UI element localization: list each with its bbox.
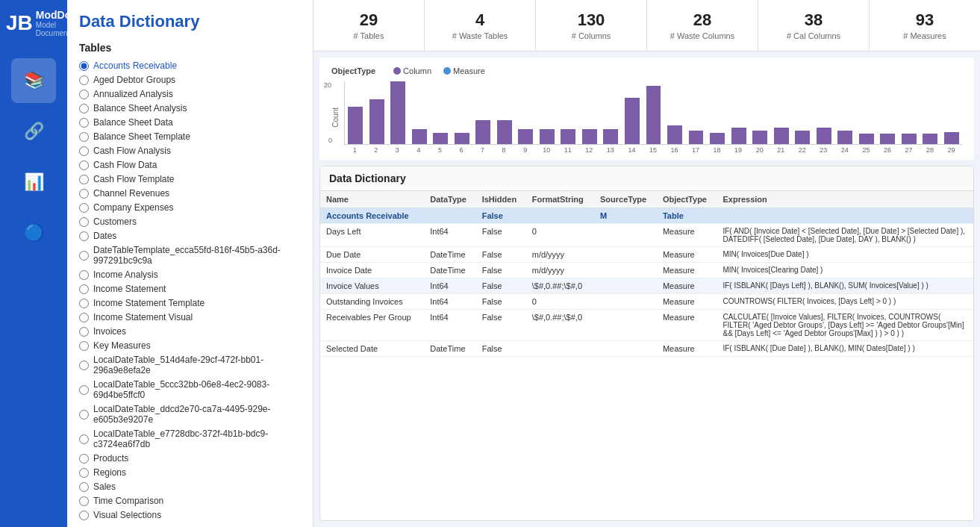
cell-4 <box>594 341 657 357</box>
bar-group <box>813 81 834 144</box>
column-bar <box>646 86 661 144</box>
stat-number-0: 29 <box>319 10 418 30</box>
bar-group <box>622 81 643 144</box>
dict-col-header: FormatString <box>526 191 594 208</box>
table-item[interactable]: Channel Revenues <box>79 187 301 199</box>
bar-group <box>387 81 409 144</box>
bar-group <box>749 81 771 144</box>
table-item[interactable]: Time Comparison <box>79 495 301 507</box>
table-item[interactable]: Income Statement Visual <box>79 311 301 323</box>
column-bar <box>774 128 789 144</box>
bar-group <box>834 81 856 144</box>
table-item[interactable]: LocalDateTable_514d4afe-29cf-472f-bb01-2… <box>79 354 301 376</box>
cell-6: COUNTROWS( FILTER( Invoices, [Days Left]… <box>717 294 973 310</box>
cell-4 <box>594 247 657 263</box>
table-row: Selected DateDateTimeFalseMeasureIF( ISB… <box>320 341 973 357</box>
table-item[interactable]: Income Statement Template <box>79 297 301 309</box>
link-icon-btn[interactable]: 🔗 <box>11 109 56 154</box>
sidebar-icons: JB ModDoc Model Documen t 📚 🔗 📊 🔵 <box>0 0 67 527</box>
cell-1: Int64 <box>424 310 475 341</box>
stat-label-0: # Tables <box>319 31 418 40</box>
table-item[interactable]: LocalDateTable_ddcd2e70-ca7a-4495-929e-e… <box>79 403 301 425</box>
cell-3: \$#,0.##;\$#,0 <box>526 310 594 341</box>
table-item[interactable]: Regions <box>79 467 301 478</box>
bar-group <box>920 81 941 144</box>
x-label: 9 <box>514 146 536 154</box>
table-item[interactable]: Visual Selections <box>79 509 301 521</box>
cell-4 <box>594 294 657 310</box>
cell-2: False <box>476 310 526 341</box>
dict-col-header: SourceType <box>594 191 657 208</box>
table-item[interactable]: Sales <box>79 481 301 493</box>
table-item[interactable]: Products <box>79 452 301 464</box>
x-label: 29 <box>940 146 962 154</box>
cell-5: Measure <box>657 263 717 278</box>
column-dot <box>393 67 401 75</box>
table-item[interactable]: Income Analysis <box>79 269 301 281</box>
table-item[interactable]: Balance Sheet Analysis <box>79 102 301 114</box>
table-row: Invoice ValuesInt64False\$#,0.##;\$#,0Me… <box>320 278 973 294</box>
cell-5: Measure <box>657 247 717 263</box>
cell-0: Receivables Per Group <box>320 310 424 341</box>
x-label: 3 <box>387 146 408 154</box>
column-bar <box>540 129 555 144</box>
table-row: Receivables Per GroupInt64False\$#,0.##;… <box>320 310 973 341</box>
table-item[interactable]: Customers <box>79 216 301 228</box>
table-item[interactable]: Balance Sheet Template <box>79 131 301 143</box>
table-item[interactable]: Company Expenses <box>79 202 301 213</box>
cell-6: MIN( Invoices[Clearing Date] ) <box>717 263 973 278</box>
stat-card-3: 28# Waste Columns <box>647 0 758 51</box>
table-item[interactable]: Dates <box>79 230 301 242</box>
table-item[interactable]: Annualized Analysis <box>79 88 301 100</box>
stat-label-3: # Waste Columns <box>653 31 752 40</box>
x-label: 24 <box>834 146 856 154</box>
table-item[interactable]: Cash Flow Data <box>79 159 301 171</box>
stats-row: 29# Tables4# Waste Tables130# Columns28#… <box>313 0 980 52</box>
bar-group <box>600 81 622 144</box>
table-item[interactable]: Key Measures <box>79 340 301 352</box>
column-bar <box>475 120 490 144</box>
x-label: 16 <box>664 146 685 154</box>
table-item[interactable]: Cash Flow Template <box>79 173 301 185</box>
table-item[interactable]: Balance Sheet Data <box>79 116 301 128</box>
table-row: Invoice DateDateTimeFalsem/d/yyyyMeasure… <box>320 263 973 278</box>
cell-3: \$#,0.##;\$#,0 <box>526 278 594 294</box>
column-bar <box>667 125 682 144</box>
table-item[interactable]: Accounts Receivable <box>79 60 301 72</box>
column-bar <box>603 129 618 144</box>
column-bar <box>582 129 597 144</box>
x-label: 20 <box>749 146 770 154</box>
table-item[interactable]: LocalDateTable_5ccc32bb-06e8-4ec2-9083-6… <box>79 378 301 401</box>
bar-group <box>685 81 707 144</box>
table-item[interactable]: Cash Flow Analysis <box>79 145 301 157</box>
cell-1: DateTime <box>424 247 475 263</box>
bar-group <box>792 81 814 144</box>
column-bar <box>902 134 917 144</box>
chart-icon-btn[interactable]: 📊 <box>11 160 56 205</box>
table-item[interactable]: DateTableTemplate_ecca55fd-816f-45b5-a36… <box>79 244 301 266</box>
cell-6: MIN( Invoices[Due Date] ) <box>717 247 973 263</box>
bar-group <box>877 81 899 144</box>
column-bar <box>731 128 746 144</box>
table-row: Due DateDateTimeFalsem/d/yyyyMeasureMIN(… <box>320 247 973 263</box>
column-bar <box>710 133 725 144</box>
cell-4 <box>594 224 657 247</box>
cell-3: 0 <box>526 294 594 310</box>
cell-5: Measure <box>657 278 717 294</box>
tables-label: Tables <box>79 42 301 54</box>
stat-card-4: 38# Cal Columns <box>758 0 870 51</box>
table-item[interactable]: Income Statement <box>79 283 301 295</box>
network-icon-btn[interactable]: 🔵 <box>11 211 56 255</box>
cell-1: DateTime <box>424 341 475 357</box>
cell-0: Outstanding Invoices <box>320 294 424 310</box>
cell-6 <box>717 208 973 224</box>
chart-area: ObjectType Column Measure Count 20 0 123… <box>319 57 974 160</box>
table-item[interactable]: Invoices <box>79 325 301 337</box>
cell-4: M <box>594 208 657 224</box>
measure-dot <box>443 67 451 75</box>
table-item[interactable]: Aged Debtor Groups <box>79 74 301 86</box>
cell-3: m/d/yyyy <box>526 263 594 278</box>
books-icon-btn[interactable]: 📚 <box>11 58 56 103</box>
table-item[interactable]: LocalDateTable_e7728dbc-372f-4b1b-bdc9-c… <box>79 428 301 450</box>
cell-6: IF( ISBLANK( [Due Date] ), BLANK(), MIN(… <box>717 341 973 357</box>
